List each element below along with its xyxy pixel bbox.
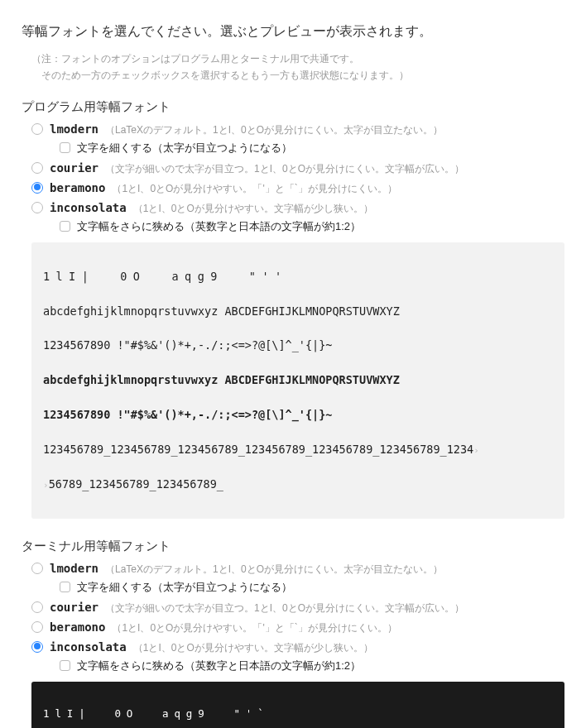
option-sub-program-inconsolata[interactable]: 文字幅をさらに狭める（英数字と日本語の文字幅が約1:2） xyxy=(60,219,564,234)
section-heading-terminal: ターミナル用等幅フォント xyxy=(22,539,564,554)
option-desc: （文字が細いので太字が目立つ。1とI、0とOが見分けにくい。文字幅が広い。） xyxy=(105,601,464,615)
font-preview-program: 1lI| 0O aqg9 "'' abcdefghijklmnopqrstuvw… xyxy=(31,242,564,519)
preview-line-bold: abcdefghijklmnopqrstuvwxyz ABCDEFGHIJKLM… xyxy=(43,371,553,389)
radio-icon[interactable] xyxy=(31,202,43,213)
option-desc: （LaTeXのデフォルト。1とI、0とOが見分けにくい。太字が目立たない。） xyxy=(105,563,443,577)
note-line-2: そのため一方のチェックボックスを選択するともう一方も選択状態になります。） xyxy=(31,69,409,81)
page-title: 等幅フォントを選んでください。選ぶとプレビューが表示されます。 xyxy=(22,23,564,41)
preview-line: ›56789_123456789_123456789_ xyxy=(43,476,553,493)
option-name: courier xyxy=(50,601,98,614)
font-preview-terminal: 1lI| 0O aqg9 "'` abcdefghijklmnopqrstuvw… xyxy=(31,682,564,728)
note-line-1: （注：フォントのオプションはプログラム用とターミナル用で共通です。 xyxy=(31,53,359,65)
preview-line: 1lI| 0O aqg9 "'` xyxy=(43,706,553,721)
preview-line: abcdefghijklmnopqrstuvwxyz ABCDEFGHIJKLM… xyxy=(43,303,553,320)
checkbox-icon[interactable] xyxy=(60,221,70,232)
option-sub-terminal-inconsolata[interactable]: 文字幅をさらに狭める（英数字と日本語の文字幅が約1:2） xyxy=(60,659,564,673)
option-row-program-courier[interactable]: courier （文字が細いので太字が目立つ。1とI、0とOが見分けにくい。文字… xyxy=(31,160,564,176)
note: （注：フォントのオプションはプログラム用とターミナル用で共通です。 そのため一方… xyxy=(31,50,564,84)
preview-text: 123456789_123456789_123456789_123456789_… xyxy=(43,443,473,456)
option-desc: （1とI、0とOが見分けやすい。文字幅が少し狭い。） xyxy=(133,202,373,216)
preview-line: 1234567890 !"#$%&'()*+,-./:;<=>?@[\]^_'{… xyxy=(43,337,553,354)
radio-icon[interactable] xyxy=(31,182,43,194)
option-sub-label: 文字を細くする（太字が目立つようになる） xyxy=(77,141,292,156)
option-name: beramono xyxy=(50,181,105,194)
radio-icon[interactable] xyxy=(31,162,43,174)
option-row-terminal-courier[interactable]: courier （文字が細いので太字が目立つ。1とI、0とOが見分けにくい。文字… xyxy=(31,600,564,615)
option-name: courier xyxy=(50,161,98,175)
option-sub-label: 文字を細くする（太字が目立つようになる） xyxy=(77,580,292,595)
option-desc: （文字が細いので太字が目立つ。1とI、0とOが見分けにくい。文字幅が広い。） xyxy=(105,162,464,176)
option-row-terminal-inconsolata[interactable]: inconsolata （1とI、0とOが見分けやすい。文字幅が少し狭い。） xyxy=(31,639,564,655)
option-row-program-beramono[interactable]: beramono （1とI、0とOが見分けやすい。「'」と「`」が見分けにくい。… xyxy=(31,180,564,196)
section-heading-program: プログラム用等幅フォント xyxy=(22,99,564,115)
preview-line-bold: 1234567890 !"#$%&'()*+,-./:;<=>?@[\]^_'{… xyxy=(43,406,553,424)
option-desc: （1とI、0とOが見分けやすい。「'」と「`」が見分けにくい。） xyxy=(112,621,396,635)
checkbox-icon[interactable] xyxy=(60,660,70,671)
option-row-program-inconsolata[interactable]: inconsolata （1とI、0とOが見分けやすい。文字幅が少し狭い。） xyxy=(31,200,564,216)
option-name: lmodern xyxy=(50,562,98,575)
option-desc: （LaTeXのデフォルト。1とI、0とOが見分けにくい。太字が目立たない。） xyxy=(105,123,443,137)
preview-text: 56789_123456789_123456789_ xyxy=(49,477,223,491)
option-name: inconsolata xyxy=(50,640,127,654)
option-name: inconsolata xyxy=(50,201,127,214)
option-desc: （1とI、0とOが見分けやすい。「'」と「`」が見分けにくい。） xyxy=(112,182,396,196)
option-sub-program-lmodern[interactable]: 文字を細くする（太字が目立つようになる） xyxy=(60,141,564,156)
option-name: lmodern xyxy=(50,122,98,136)
checkbox-icon[interactable] xyxy=(60,582,70,592)
option-name: beramono xyxy=(50,620,105,634)
preview-line: 1lI| 0O aqg9 "'' xyxy=(43,268,553,285)
option-sub-label: 文字幅をさらに狭める（英数字と日本語の文字幅が約1:2） xyxy=(77,219,361,234)
wrap-indicator-icon: › xyxy=(473,445,479,456)
preview-line: 123456789_123456789_123456789_123456789_… xyxy=(43,441,553,458)
option-row-terminal-lmodern[interactable]: lmodern （LaTeXのデフォルト。1とI、0とOが見分けにくい。太字が目… xyxy=(31,561,564,577)
radio-icon[interactable] xyxy=(31,563,43,574)
option-sub-label: 文字幅をさらに狭める（英数字と日本語の文字幅が約1:2） xyxy=(77,659,361,673)
option-row-program-lmodern[interactable]: lmodern （LaTeXのデフォルト。1とI、0とOが見分けにくい。太字が目… xyxy=(31,122,564,137)
radio-icon[interactable] xyxy=(31,123,43,135)
checkbox-icon[interactable] xyxy=(60,142,70,153)
option-sub-terminal-lmodern[interactable]: 文字を細くする（太字が目立つようになる） xyxy=(60,580,564,595)
wrap-indicator-icon: › xyxy=(43,480,49,491)
option-desc: （1とI、0とOが見分けやすい。文字幅が少し狭い。） xyxy=(133,641,373,655)
option-row-terminal-beramono[interactable]: beramono （1とI、0とOが見分けやすい。「'」と「`」が見分けにくい。… xyxy=(31,620,564,635)
radio-icon[interactable] xyxy=(31,641,43,653)
radio-icon[interactable] xyxy=(31,621,43,633)
radio-icon[interactable] xyxy=(31,601,43,613)
